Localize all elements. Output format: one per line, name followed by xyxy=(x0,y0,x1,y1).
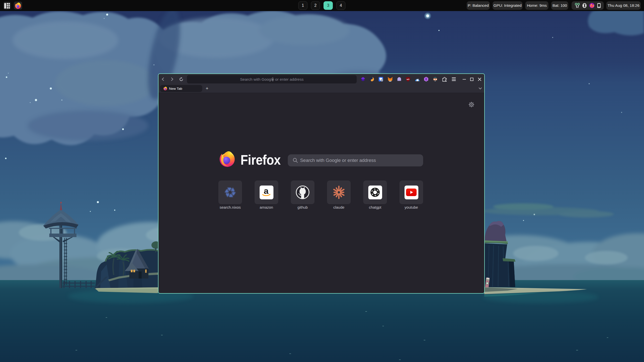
svg-text:uO: uO xyxy=(407,78,409,80)
svg-text:a: a xyxy=(264,187,269,196)
